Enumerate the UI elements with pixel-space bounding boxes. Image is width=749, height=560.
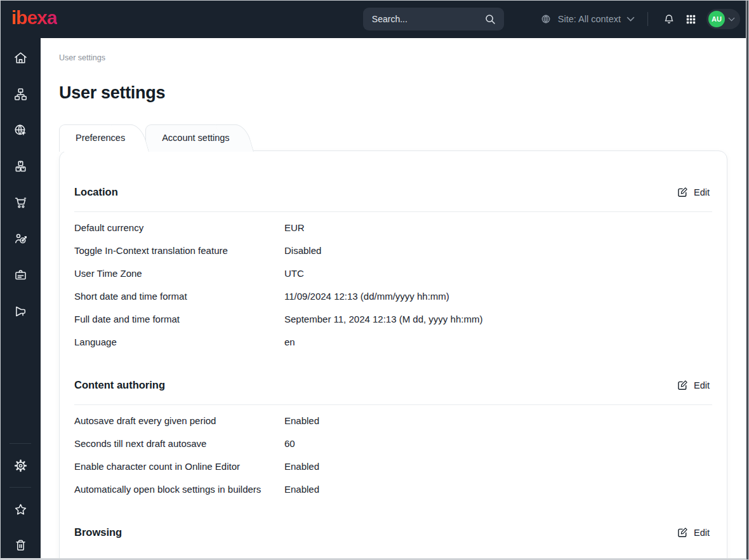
setting-row-short-date-and-time-format: Short date and time format11/09/2024 12:…: [74, 284, 712, 307]
sidebar-item-commerce[interactable]: [6, 189, 34, 217]
sidebar-divider: [10, 487, 31, 488]
edit-button-browsing[interactable]: Edit: [675, 526, 712, 539]
globe-cursor-icon: [13, 123, 29, 138]
sidebar-item-bookmarks[interactable]: [6, 495, 34, 523]
setting-row-toggle-in-context-translation-feature: Toggle In-Context translation featureDis…: [74, 239, 712, 262]
section-content-authoring: Content authoring EditAutosave draft eve…: [74, 361, 712, 500]
setting-value: September 11, 2024 12:13 (M dd, yyyy hh:…: [284, 314, 482, 324]
edit-button-label: Edit: [694, 380, 710, 390]
setting-label: Autosave draft every given period: [74, 415, 284, 426]
setting-value: Disabled: [284, 245, 321, 256]
setting-value: Enabled: [284, 461, 319, 472]
edit-icon: [677, 527, 688, 538]
sidebar-nav: [6, 44, 34, 333]
setting-label: Full date and time format: [74, 314, 284, 324]
settings-card: Location EditDefault currencyEURToggle I…: [59, 150, 727, 560]
grid-icon: [685, 13, 697, 25]
section-header: Content authoring Edit: [74, 361, 712, 405]
star-icon: [13, 502, 29, 517]
setting-value: UTC: [284, 268, 304, 279]
main-content: User settings User settings PreferencesA…: [41, 38, 749, 560]
sidebar-bottom: [0, 443, 41, 559]
setting-value: Enabled: [284, 484, 319, 495]
edit-button-label: Edit: [694, 187, 710, 197]
edit-button-content-authoring[interactable]: Edit: [675, 378, 712, 392]
sidebar-item-site[interactable]: [6, 116, 34, 144]
sidebar-item-settings[interactable]: [6, 451, 34, 479]
setting-row-autosave-draft-every-given-period: Autosave draft every given periodEnabled: [74, 409, 712, 432]
badge-icon: [13, 267, 29, 283]
notifications-button[interactable]: [658, 8, 680, 30]
setting-label: Toggle In-Context translation feature: [74, 245, 284, 256]
site-context-selector[interactable]: Site: All context: [540, 13, 635, 25]
setting-label: Default currency: [74, 222, 284, 233]
breadcrumb[interactable]: User settings: [59, 53, 727, 62]
sidebar-divider: [10, 443, 31, 444]
tab-label: Preferences: [76, 133, 125, 143]
section-location: Location EditDefault currencyEURToggle I…: [74, 168, 712, 353]
sidebar-item-products[interactable]: [6, 152, 34, 180]
section-header: Location Edit: [74, 168, 712, 212]
section-title: Browsing: [74, 526, 122, 538]
megaphone-icon: [13, 303, 29, 319]
trash-icon: [13, 537, 29, 553]
sidebar-item-trash[interactable]: [6, 531, 34, 559]
global-search: [363, 8, 504, 30]
ibexa-logo[interactable]: ibexa: [11, 8, 57, 30]
site-context-label: Site: All context: [558, 14, 621, 24]
chevron-down-icon: [728, 17, 735, 22]
search-input[interactable]: [364, 14, 484, 24]
section-browsing: Browsing Edit: [74, 508, 712, 552]
boxes-icon: [13, 159, 29, 175]
setting-label: Short date and time format: [74, 291, 284, 302]
tabs: PreferencesAccount settings: [59, 124, 727, 151]
setting-value: Enabled: [284, 415, 319, 426]
bell-icon: [662, 12, 676, 26]
chevron-down-icon: [626, 17, 635, 22]
setting-label: User Time Zone: [74, 268, 284, 279]
sidebar-item-content[interactable]: [6, 80, 34, 108]
scrollbar[interactable]: [746, 0, 749, 560]
topbar: ibexa Site: All context: [0, 0, 749, 38]
setting-row-seconds-till-next-draft-autosave: Seconds till next draft autosave60: [74, 432, 712, 455]
setting-value: 60: [284, 438, 295, 449]
home-icon: [13, 50, 29, 66]
section-title: Location: [74, 186, 118, 198]
setting-row-full-date-and-time-format: Full date and time formatSeptember 11, 2…: [74, 307, 712, 330]
edit-icon: [677, 187, 688, 197]
topbar-divider: [647, 12, 648, 26]
gear-icon: [13, 458, 29, 474]
sidebar: [0, 38, 41, 560]
avatar: AU: [708, 11, 725, 27]
section-title: Content authoring: [74, 379, 165, 391]
setting-label: Seconds till next draft autosave: [74, 438, 284, 449]
cart-icon: [13, 195, 29, 211]
page-title: User settings: [59, 83, 727, 103]
setting-label: Automatically open block settings in bui…: [74, 484, 284, 495]
sidebar-item-marketing[interactable]: [6, 297, 34, 325]
tab-preferences[interactable]: Preferences: [59, 124, 154, 151]
sidebar-item-dashboard[interactable]: [6, 44, 34, 72]
setting-row-language: Languageen: [74, 330, 712, 353]
search-icon[interactable]: [484, 13, 496, 25]
sidebar-item-corporate[interactable]: [6, 261, 34, 289]
setting-label: Language: [74, 337, 284, 347]
tab-label: Account settings: [162, 133, 229, 143]
edit-button-location[interactable]: Edit: [675, 185, 712, 199]
setting-row-automatically-open-block-settings-in-builders: Automatically open block settings in bui…: [74, 477, 712, 500]
sitemap-icon: [13, 86, 29, 102]
app-grid-button[interactable]: [680, 8, 701, 30]
user-menu[interactable]: AU: [706, 9, 740, 29]
setting-row-default-currency: Default currencyEUR: [74, 216, 712, 239]
section-header: Browsing Edit: [74, 508, 712, 552]
setting-value: 11/09/2024 12:13 (dd/mm/yyyy hh:mm): [284, 291, 449, 302]
tab-account-settings[interactable]: Account settings: [145, 124, 258, 151]
globe-icon: [540, 13, 552, 25]
sidebar-item-customers[interactable]: [6, 225, 34, 253]
setting-value: en: [284, 337, 295, 347]
person-target-icon: [13, 231, 29, 247]
setting-row-user-time-zone: User Time ZoneUTC: [74, 262, 712, 284]
setting-label: Enable character count in Online Editor: [74, 461, 284, 472]
edit-icon: [677, 380, 688, 390]
edit-button-label: Edit: [694, 528, 710, 538]
